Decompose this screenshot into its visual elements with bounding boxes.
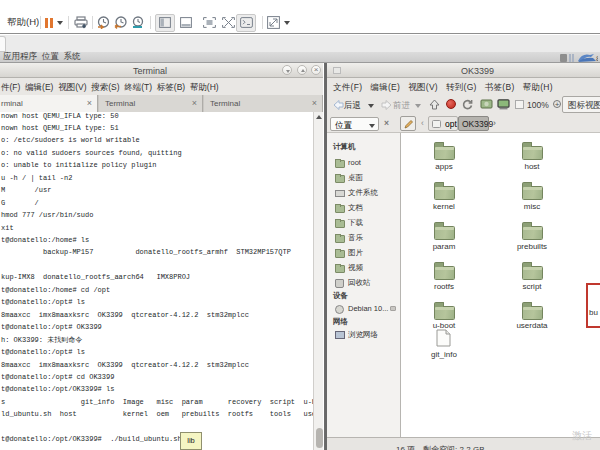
svg-text:8: 8 [596, 54, 598, 63]
